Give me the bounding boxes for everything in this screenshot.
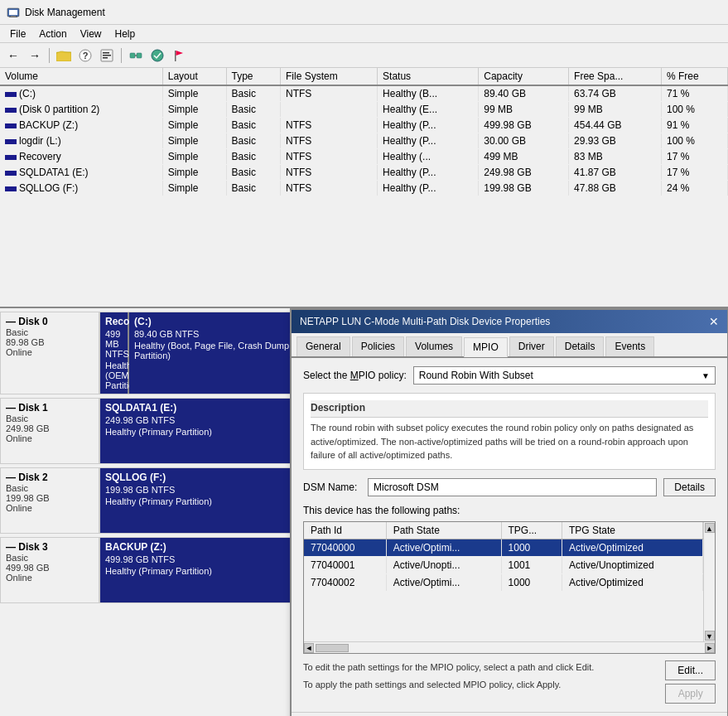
table-row[interactable]: SQLDATA1 (E:) Simple Basic NTFS Healthy …: [0, 165, 728, 181]
svg-point-14: [152, 50, 163, 61]
col-capacity[interactable]: Capacity: [479, 68, 569, 85]
svg-rect-10: [103, 57, 108, 59]
tab-volumes[interactable]: Volumes: [406, 336, 462, 356]
paths-col-tpgstate[interactable]: TPG State: [562, 522, 702, 539]
dsm-details-button[interactable]: Details: [663, 478, 716, 496]
policy-label: Select the MPIO policy:: [303, 370, 407, 381]
paths-table-wrap: Path Id Path State TPG... TPG State 7704…: [303, 521, 716, 655]
partition[interactable]: Recovery 499 MB NTFS Healthy (OEM Partit…: [100, 312, 129, 394]
col-free[interactable]: Free Spa...: [569, 68, 662, 85]
tab-general[interactable]: General: [297, 336, 350, 356]
disk-type: Basic: [6, 553, 94, 563]
bottom-area: — Disk 0 Basic 89.98 GB Online Recovery …: [0, 308, 728, 716]
disk-label: — Disk 2 Basic 199.98 GB Online: [0, 467, 99, 534]
menu-action[interactable]: Action: [32, 27, 73, 41]
connect-button[interactable]: [126, 46, 146, 65]
col-status[interactable]: Status: [378, 68, 479, 85]
disk-name: — Disk 1: [6, 402, 94, 414]
app-icon: [7, 6, 20, 19]
paths-scroll-area[interactable]: Path Id Path State TPG... TPG State 7704…: [304, 522, 703, 642]
svg-rect-9: [103, 55, 111, 56]
path-row[interactable]: 77040002 Active/Optimi... 1000 Active/Op…: [304, 573, 703, 591]
forward-button[interactable]: →: [25, 46, 45, 65]
policy-value: Round Robin With Subset: [419, 370, 533, 381]
dropdown-arrow-icon: ▼: [701, 371, 710, 380]
table-row[interactable]: logdir (L:) Simple Basic NTFS Healthy (P…: [0, 133, 728, 149]
back-button[interactable]: ←: [3, 46, 23, 65]
svg-rect-3: [9, 17, 17, 17]
table-row[interactable]: (Disk 0 partition 2) Simple Basic Health…: [0, 102, 728, 118]
col-volume[interactable]: Volume: [0, 68, 162, 85]
toolbar-sep-1: [49, 48, 50, 63]
tab-driver[interactable]: Driver: [509, 336, 554, 356]
col-pct[interactable]: % Free: [662, 68, 728, 85]
paths-scrollbar[interactable]: ▲ ▼: [703, 522, 715, 642]
disk-status: Online: [6, 503, 94, 513]
col-type[interactable]: Type: [226, 68, 280, 85]
help-button[interactable]: ?: [75, 46, 95, 65]
col-layout[interactable]: Layout: [162, 68, 226, 85]
disk-label: — Disk 1 Basic 249.98 GB Online: [0, 398, 99, 464]
paths-col-id[interactable]: Path Id: [304, 522, 386, 539]
disk-size: 249.98 GB: [6, 423, 94, 433]
folder-button[interactable]: [54, 46, 74, 65]
table-row[interactable]: (C:) Simple Basic NTFS Healthy (B... 89.…: [0, 85, 728, 102]
tab-mpio[interactable]: MPIO: [464, 337, 508, 357]
app-title: Disk Management: [25, 7, 105, 18]
horizontal-scrollbar[interactable]: ◄ ►: [304, 641, 715, 653]
description-box: Description The round robin with subset …: [303, 393, 716, 470]
disk-status: Online: [6, 433, 94, 443]
apply-button[interactable]: Apply: [665, 684, 716, 704]
action-area: To edit the path settings for the MPIO p…: [303, 660, 716, 704]
tab-details[interactable]: Details: [556, 336, 605, 356]
volume-table: Volume Layout Type File System Status Ca…: [0, 68, 728, 196]
svg-rect-4: [56, 52, 71, 61]
svg-rect-1: [9, 10, 17, 15]
svg-rect-11: [130, 53, 135, 58]
dialog-title-text: NETAPP LUN C-Mode Multi-Path Disk Device…: [300, 316, 550, 327]
disk-name: — Disk 2: [6, 472, 94, 483]
table-row[interactable]: BACKUP (Z:) Simple Basic NTFS Healthy (P…: [0, 118, 728, 133]
dsm-row: DSM Name: Microsoft DSM Details: [303, 478, 716, 496]
dsm-input: Microsoft DSM: [368, 478, 657, 496]
svg-rect-12: [137, 53, 142, 58]
edit-button[interactable]: Edit...: [665, 660, 716, 680]
description-text: The round robin with subset policy execu…: [311, 423, 693, 460]
svg-text:?: ?: [83, 51, 89, 60]
volume-table-area: Volume Layout Type File System Status Ca…: [0, 68, 728, 308]
col-fs[interactable]: File System: [281, 68, 378, 85]
paths-table: Path Id Path State TPG... TPG State 7704…: [304, 522, 703, 592]
paths-table-container: Path Id Path State TPG... TPG State 7704…: [304, 522, 715, 642]
scroll-thumb[interactable]: [316, 644, 349, 652]
dialog-footer: OK Cancel: [292, 712, 727, 716]
table-row[interactable]: Recovery Simple Basic NTFS Healthy (... …: [0, 149, 728, 165]
menu-help[interactable]: Help: [108, 27, 142, 41]
description-title: Description: [311, 400, 708, 418]
check-button[interactable]: [147, 46, 167, 65]
title-bar: Disk Management: [0, 0, 728, 25]
dialog-mpio-content: Select the MPIO policy: Round Robin With…: [292, 358, 727, 712]
flag-button[interactable]: [169, 46, 189, 65]
tab-events[interactable]: Events: [605, 336, 654, 356]
dialog-tabs: General Policies Volumes MPIO Driver Det…: [292, 333, 727, 358]
properties-dialog: NETAPP LUN C-Mode Multi-Path Disk Device…: [290, 308, 728, 716]
paths-col-tpg[interactable]: TPG...: [501, 522, 562, 539]
policy-dropdown[interactable]: Round Robin With Subset ▼: [413, 366, 716, 385]
tab-policies[interactable]: Policies: [352, 336, 404, 356]
disk-name: — Disk 0: [6, 316, 94, 327]
menu-file[interactable]: File: [3, 27, 32, 41]
paths-label: This device has the following paths:: [303, 505, 716, 516]
table-row[interactable]: SQLLOG (F:) Simple Basic NTFS Healthy (P…: [0, 181, 728, 196]
menu-bar: File Action View Help: [0, 25, 728, 43]
menu-view[interactable]: View: [74, 27, 108, 41]
path-row[interactable]: 77040000 Active/Optimi... 1000 Active/Op…: [304, 539, 703, 556]
policy-row: Select the MPIO policy: Round Robin With…: [303, 366, 716, 385]
paths-col-state[interactable]: Path State: [386, 522, 501, 539]
svg-rect-8: [103, 52, 109, 54]
disk-size: 89.98 GB: [6, 337, 94, 347]
disk-size: 199.98 GB: [6, 493, 94, 503]
details-button[interactable]: [97, 46, 117, 65]
dialog-close-button[interactable]: ✕: [709, 315, 719, 328]
disk-status: Online: [6, 573, 94, 583]
path-row[interactable]: 77040001 Active/Unopti... 1001 Active/Un…: [304, 556, 703, 573]
